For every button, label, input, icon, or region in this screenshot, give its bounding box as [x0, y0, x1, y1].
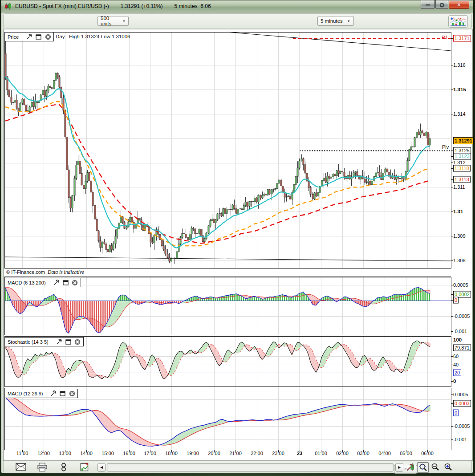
chart-scrollbar-track[interactable]: ≡ — [107, 463, 394, 472]
window-mode-icon[interactable] — [62, 280, 69, 286]
printer-icon — [37, 463, 48, 472]
x-axis-label: 05:00 — [396, 451, 416, 456]
x-axis-label: 16:00 — [119, 451, 139, 456]
chart-area[interactable]: Price Day : High 1.31324 Low 1.31006 © I… — [3, 29, 473, 461]
scroll-right-button[interactable]: ▶ — [395, 463, 403, 472]
close-button[interactable]: ✕ — [449, 0, 469, 9]
units-dropdown-value: 500 units — [101, 16, 118, 26]
axis-label: 0 — [453, 378, 456, 384]
x-axis-label: 19:00 — [183, 451, 203, 456]
x-axis-label: 11:00 — [12, 451, 32, 456]
axis-label: -0.001 — [453, 329, 467, 334]
maximize-icon: ▢ — [440, 2, 444, 7]
window-title: EURUSD - Spot FX (mini) EUR/USD (-) — [15, 3, 109, 9]
indicative-note: Data is indicative — [48, 269, 84, 275]
macd-fast-pane-header: MACD (6 13 200) — [4, 278, 81, 287]
wrench-icon[interactable] — [56, 339, 62, 345]
zoom-out-icon — [430, 463, 439, 472]
app-candlestick-icon — [4, 3, 13, 10]
axis-label: -0.0005 — [453, 423, 470, 429]
close-pane-icon[interactable] — [72, 280, 78, 286]
top-toolbar: 500 units ▼ 5 minutes ▼ — [3, 13, 472, 29]
x-axis-label: 21:00 — [226, 451, 245, 456]
axis-label: 1.315 — [453, 87, 466, 92]
copyright-text: © IT-Finance.com Data is indicative — [6, 269, 84, 275]
report-button[interactable] — [78, 462, 90, 472]
x-axis-label: 13:00 — [55, 451, 75, 456]
chart-style-icon — [450, 16, 466, 26]
axis-label: 40 — [453, 362, 459, 367]
macd-slow-pane-title: MACD (12 26 9) — [8, 391, 43, 396]
bottom-toolbar: ◀ ≡ ▶ — [3, 461, 472, 473]
x-axis-label: 23 — [290, 451, 309, 456]
zoom-select-button[interactable] — [417, 462, 429, 473]
axis-label: 1.3123 — [453, 153, 471, 160]
app-window: EURUSD - Spot FX (mini) EUR/USD (-) 1.31… — [1, 0, 473, 473]
axis-label: -0.001 — [453, 437, 467, 442]
x-axis-label: 02:00 — [333, 451, 352, 456]
axis-label: 20 — [453, 370, 461, 376]
x-axis-label: 06:00 — [418, 451, 437, 456]
window-mode-icon[interactable] — [35, 34, 42, 40]
scroll-left-button[interactable]: ◀ — [97, 463, 106, 472]
envelope-icon — [16, 463, 26, 471]
chart-style-button[interactable] — [448, 15, 468, 28]
axis-label: 1.31 — [453, 209, 463, 214]
axis-label: -0.0005 — [453, 313, 470, 319]
zoom-out-button[interactable] — [430, 462, 440, 472]
x-axis-label: 04:00 — [375, 451, 394, 456]
timeframe-dropdown[interactable]: 5 minutes ▼ — [317, 16, 354, 26]
axis-label: 1.311 — [453, 184, 465, 190]
x-axis-label: 17:00 — [140, 451, 160, 456]
x-axis-label: 15:00 — [98, 451, 118, 456]
stochastic-pane-title: Stochastic (14 3 5) — [8, 339, 49, 345]
axis-label: 0.0005 — [453, 282, 468, 288]
desktop: { "window": { "title_instrument": "EURUS… — [0, 0, 475, 476]
email-button[interactable] — [15, 462, 27, 472]
close-pane-icon[interactable] — [45, 34, 51, 40]
x-axis-label: 18:00 — [162, 451, 181, 456]
window-mode-icon[interactable] — [59, 391, 66, 397]
zoom-in-icon — [443, 463, 452, 472]
wrench-icon[interactable] — [50, 391, 57, 397]
axis-label: 100 — [453, 337, 462, 342]
axis-label: 0.0003 — [453, 400, 471, 407]
wrench-icon[interactable] — [53, 280, 60, 286]
axis-label: 1.3118 — [453, 165, 471, 172]
close-pane-icon[interactable] — [69, 391, 75, 397]
link-button[interactable] — [58, 462, 69, 472]
title-timeframe: 5 minutes 6:06 — [175, 3, 211, 9]
axis-label: 1.308 — [453, 258, 466, 263]
stochastic-pane-header: Stochastic (14 3 5) — [4, 337, 84, 346]
axis-label: 1.309 — [453, 233, 466, 239]
maximize-button[interactable]: ▢ — [435, 0, 448, 9]
x-axis-label: 22:00 — [247, 451, 267, 456]
chevron-down-icon: ▼ — [122, 20, 126, 23]
axis-label: 0 — [453, 410, 459, 416]
close-icon: ✕ — [457, 2, 461, 7]
title-quote: 1.31291 (+0.11%) — [121, 3, 163, 9]
axis-label: 0.0005 — [453, 392, 468, 397]
units-dropdown[interactable]: 500 units ▼ — [97, 16, 129, 26]
axis-label: 60 — [453, 354, 459, 359]
axis-label: 79.871 — [453, 345, 471, 351]
axis-label: 1.312 — [453, 160, 466, 165]
x-axis-label: 14:00 — [77, 451, 96, 456]
wrench-icon[interactable] — [26, 34, 32, 40]
minimize-button[interactable]: — — [421, 0, 435, 9]
chart-settings-button[interactable] — [406, 462, 416, 472]
left-arrow-icon: ◀ — [100, 465, 103, 469]
r1-annotation: R1 — [442, 35, 448, 40]
title-bar[interactable]: EURUSD - Spot FX (mini) EUR/USD (-) 1.31… — [1, 0, 473, 12]
window-mode-icon[interactable] — [65, 339, 72, 345]
print-button[interactable] — [37, 462, 48, 472]
pivot-annotation: Piv — [442, 144, 449, 150]
zoom-in-button[interactable] — [443, 462, 453, 472]
close-pane-icon[interactable] — [74, 339, 81, 345]
axis-label: 0 — [453, 297, 459, 304]
wrench-candle-icon — [406, 463, 415, 472]
axis-label: 1.3171 — [453, 35, 471, 42]
x-axis-label: 03:00 — [353, 451, 373, 456]
axis-label: 1.314 — [453, 111, 466, 117]
price-pane-title: Price — [8, 34, 19, 40]
